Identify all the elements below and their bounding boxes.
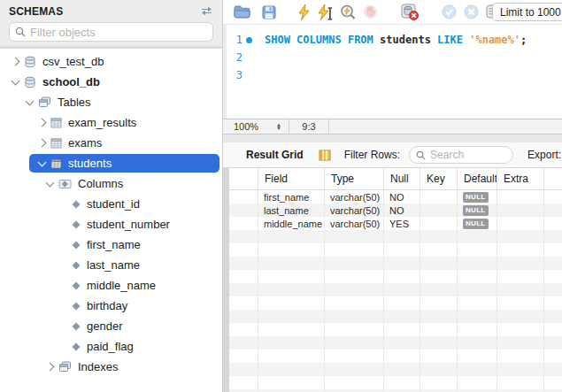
code-line-3[interactable]: 3 (227, 66, 562, 84)
tree-label: student_id (87, 197, 140, 211)
tree-item-csv_test_db[interactable]: csv_test_db (0, 51, 222, 72)
tree-item-student_id[interactable]: student_id (0, 194, 222, 214)
cell-type[interactable]: varchar(50) (324, 219, 383, 229)
cell-null[interactable]: NO (383, 205, 420, 216)
explain-plan-icon[interactable] (340, 4, 356, 21)
tree-label: first_name (87, 238, 141, 251)
code-line-2[interactable]: 2 (227, 49, 562, 66)
stop-on-error-icon[interactable] (401, 4, 419, 21)
chevron-right-icon[interactable] (46, 363, 55, 372)
chevron-right-icon[interactable] (38, 119, 47, 127)
tree-item-birthday[interactable]: birthday (0, 296, 222, 316)
chevron-down-icon[interactable] (12, 77, 20, 86)
open-file-icon[interactable] (234, 4, 250, 21)
cell-null[interactable]: NO (383, 192, 420, 203)
table-icon (50, 158, 62, 169)
cursor-position: 9:3 (289, 121, 328, 132)
mysql-workbench-window: SCHEMAS (0, 0, 562, 392)
tree-item-last_name[interactable]: last_name (0, 255, 222, 275)
tree-item-indexes[interactable]: Indexes (0, 357, 222, 377)
column-header-blank (543, 168, 562, 190)
sql-code-editor[interactable]: 1 SHOW COLUMNS FROM students LIKE '%name… (223, 25, 562, 119)
refresh-schemas-icon[interactable] (199, 5, 213, 18)
tree-item-middle_name[interactable]: middle_name (0, 275, 222, 296)
column-diamond-icon (72, 241, 81, 250)
cell-field[interactable]: last_name (258, 205, 324, 216)
table-row[interactable]: first_name varchar(50) NO NULL (229, 190, 562, 204)
execute-icon[interactable] (297, 4, 311, 21)
tree-item-paid_flag[interactable]: paid_flag (0, 336, 222, 357)
limit-rows-dropdown[interactable]: Limit to 1000 (492, 3, 562, 21)
table-row[interactable]: middle_name varchar(50) YES NULL (229, 217, 562, 230)
tree-label: Columns (78, 177, 123, 190)
table-row[interactable]: last_name varchar(50) NO NULL (229, 204, 562, 217)
result-grid-header: Field Type Null Key Default Extra (229, 168, 562, 190)
search-icon (416, 150, 426, 160)
limit-rows-label: Limit to 1000 (500, 6, 561, 19)
save-icon[interactable] (262, 4, 276, 21)
chevron-right-icon[interactable] (12, 58, 20, 66)
tree-label: students (68, 157, 112, 170)
tree-label: paid_flag (87, 340, 134, 353)
tree-item-columns[interactable]: Columns (0, 173, 222, 194)
tree-label: birthday (87, 299, 127, 312)
tree-item-first_name[interactable]: first_name (0, 234, 222, 255)
tree-item-school_db[interactable]: school_db (0, 72, 222, 92)
line-number: 3 (227, 69, 243, 81)
schema-filter-input[interactable] (30, 26, 207, 39)
chevron-down-icon[interactable] (26, 97, 35, 106)
result-search-input[interactable] (430, 149, 501, 161)
schema-filter-box[interactable] (9, 22, 213, 42)
column-header-null[interactable]: Null (383, 168, 420, 190)
search-icon (15, 27, 26, 37)
tree-item-gender[interactable]: gender (0, 316, 222, 336)
cell-field[interactable]: first_name (258, 192, 324, 203)
zoom-stepper[interactable]: ▲▼ (276, 123, 281, 130)
sql-statement: SHOW COLUMNS FROM students LIKE '%name%'… (265, 34, 527, 46)
tree-label: last_name (87, 258, 140, 272)
column-diamond-icon (72, 220, 81, 229)
chevron-down-icon[interactable] (46, 179, 55, 188)
null-badge: NULL (463, 192, 489, 203)
cell-default[interactable]: NULL (457, 191, 497, 203)
result-grid-body: first_name varchar(50) NO NULL last_name… (229, 190, 562, 392)
zoom-level: 100% (234, 121, 258, 132)
tree-label: school_db (42, 75, 100, 88)
table-icon (50, 138, 62, 149)
sidebar-header: SCHEMAS (0, 0, 222, 49)
cell-null[interactable]: YES (383, 219, 420, 229)
cell-type[interactable]: varchar(50) (324, 205, 383, 216)
column-header-extra[interactable]: Extra (497, 168, 543, 190)
chevron-down-icon[interactable] (38, 158, 47, 167)
result-search-box[interactable] (409, 146, 513, 164)
tree-item-exams[interactable]: exams (0, 133, 222, 153)
cell-field[interactable]: middle_name (258, 219, 324, 229)
cell-default[interactable]: NULL (457, 204, 497, 216)
column-header-type[interactable]: Type (324, 168, 383, 190)
stop-icon (363, 4, 378, 21)
columns-folder-icon (58, 179, 72, 189)
export-label: Export: (527, 149, 561, 161)
tree-item-exam_results[interactable]: exam_results (0, 112, 222, 133)
tree-item-students[interactable]: students (0, 153, 222, 173)
column-header-key[interactable]: Key (420, 168, 457, 190)
execute-current-statement-icon[interactable] (318, 4, 333, 21)
schema-sidebar: SCHEMAS (0, 0, 223, 392)
chevron-right-icon[interactable] (38, 139, 47, 148)
tree-label: csv_test_db (42, 55, 104, 68)
column-diamond-icon (72, 281, 81, 290)
database-icon (24, 76, 36, 88)
column-header-default[interactable]: Default (457, 168, 497, 190)
panel-splitter[interactable] (223, 135, 562, 142)
sql-toolbar: Limit to 1000 (223, 0, 562, 25)
column-diamond-icon (72, 200, 81, 209)
column-header-field[interactable]: Field (258, 168, 324, 190)
tree-item-student_number[interactable]: student_number (0, 214, 222, 234)
database-icon (24, 56, 36, 68)
tree-item-tables[interactable]: Tables (0, 92, 222, 112)
cell-default[interactable]: NULL (457, 218, 497, 229)
table-icon (50, 118, 62, 128)
code-line-1[interactable]: 1 SHOW COLUMNS FROM students LIKE '%name… (227, 31, 562, 49)
null-badge: NULL (463, 219, 489, 229)
cell-type[interactable]: varchar(50) (324, 192, 383, 203)
